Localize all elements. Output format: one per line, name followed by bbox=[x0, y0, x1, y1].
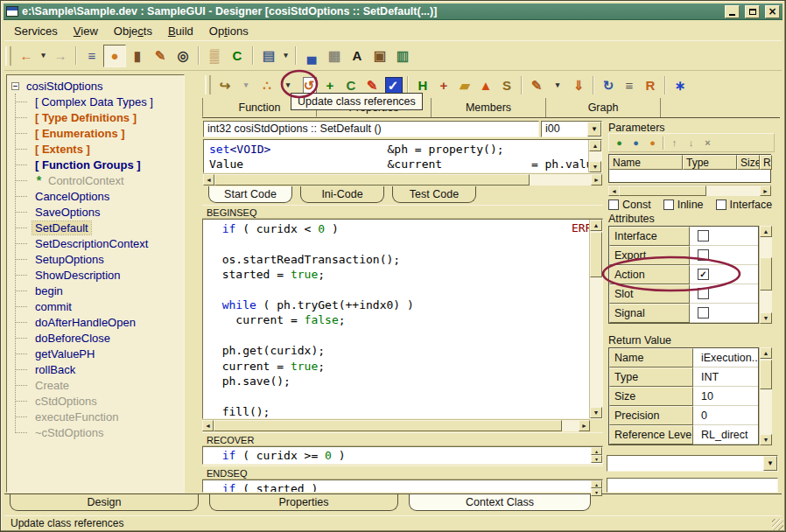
menu-objects[interactable]: Objects bbox=[106, 23, 160, 39]
declarations-hscrollbar[interactable]: ◄ ► bbox=[203, 173, 602, 186]
attribute-label-signal[interactable]: Signal bbox=[609, 304, 690, 323]
checkbox-icon[interactable] bbox=[663, 200, 674, 210]
tree-item-doafterhandleopen[interactable]: doAfterHandleOpen bbox=[15, 314, 184, 330]
attribute-label-slot[interactable]: Slot bbox=[609, 284, 690, 304]
scrollbar-thumb[interactable] bbox=[619, 186, 706, 196]
tab-design[interactable]: Design bbox=[10, 494, 199, 511]
tree-item-dobeforeclose[interactable]: doBeforeClose bbox=[15, 330, 184, 346]
tree-item-type-definitions[interactable]: [ Type Definitions ] bbox=[15, 109, 184, 125]
function-signature-field[interactable]: int32 cosiStdOptions :: SetDefault () bbox=[203, 121, 539, 137]
copy-parameter-icon[interactable]: ● bbox=[644, 135, 661, 151]
parameter-delete-icon[interactable]: × bbox=[699, 135, 716, 151]
tab-properties[interactable]: Properties bbox=[209, 494, 398, 511]
back-icon[interactable]: ← bbox=[15, 45, 38, 67]
dialog-grid-icon[interactable]: ▥ bbox=[391, 45, 414, 67]
return-value-vscrollbar[interactable]: ▲ ▼ bbox=[759, 347, 772, 445]
tab-test-code[interactable]: Test Code bbox=[392, 186, 476, 203]
declarations-vscrollbar[interactable]: ▲ ▼ bbox=[588, 140, 601, 172]
instance-combo[interactable]: i00 ▼ bbox=[541, 121, 602, 137]
return-label-name[interactable]: Name bbox=[609, 348, 693, 368]
code-editor[interactable]: if ( curidx < 0 ) os.startReadTransactio… bbox=[202, 219, 603, 419]
scroll-left-icon[interactable]: ◄ bbox=[202, 420, 214, 431]
tab-graph[interactable]: Graph bbox=[546, 98, 661, 117]
maximize-button[interactable] bbox=[745, 5, 760, 18]
class-jar-icon[interactable]: ▮ bbox=[126, 45, 149, 67]
scroll-down-icon[interactable]: ▾ bbox=[591, 488, 602, 496]
tree-root-cosistdoptions[interactable]: −cosiStdOptions bbox=[9, 78, 184, 94]
scroll-right-icon[interactable]: ► bbox=[760, 186, 771, 196]
review-page-icon[interactable]: ≡ bbox=[619, 74, 640, 95]
minimize-button[interactable] bbox=[725, 5, 740, 18]
checkbox-icon[interactable] bbox=[716, 200, 726, 210]
tab-context-class[interactable]: Context Class bbox=[409, 494, 591, 511]
history-clock-icon[interactable]: ◎ bbox=[172, 45, 194, 67]
package-icon[interactable]: ▦ bbox=[323, 45, 346, 67]
menu-build[interactable]: Build bbox=[160, 23, 201, 39]
hierarchy-icon[interactable]: ≡ bbox=[81, 45, 103, 67]
close-button[interactable]: × bbox=[765, 5, 780, 18]
scroll-up-icon[interactable]: ▲ bbox=[760, 226, 772, 237]
tree-item-showdescription[interactable]: ShowDescription bbox=[15, 267, 184, 283]
edit-form-icon[interactable]: ✎ bbox=[149, 45, 172, 67]
tree-item-begin[interactable]: begin bbox=[15, 283, 184, 298]
attributes-vscrollbar[interactable]: ▲ ▼ bbox=[759, 226, 772, 324]
checkbox-const[interactable]: Const bbox=[608, 199, 651, 211]
scrollbar-thumb[interactable] bbox=[760, 360, 772, 389]
cos-icon[interactable]: S bbox=[496, 74, 517, 95]
tree-item-extents[interactable]: [ Extents ] bbox=[15, 141, 184, 157]
font-icon[interactable]: A bbox=[346, 45, 368, 67]
image-icon[interactable]: ▣ bbox=[368, 45, 391, 67]
resize-grip[interactable] bbox=[772, 519, 783, 530]
tab-members[interactable]: Members bbox=[432, 98, 546, 117]
recover-scrollbar[interactable]: ▴ ▾ bbox=[591, 447, 602, 463]
checkbox-signal[interactable] bbox=[698, 307, 709, 318]
attribute-label-action[interactable]: Action bbox=[609, 265, 690, 284]
edit-icon[interactable]: ✎ bbox=[526, 74, 547, 95]
code-hscrollbar[interactable]: ◄ ► bbox=[202, 419, 590, 431]
toolbar-grip[interactable] bbox=[205, 75, 211, 94]
checkbox-slot[interactable] bbox=[698, 288, 709, 299]
add-parameter-icon[interactable]: ● bbox=[611, 135, 628, 151]
open-class-icon[interactable]: ↪ bbox=[214, 74, 235, 95]
tree-item-setdescriptioncontext[interactable]: SetDescriptionContext bbox=[15, 235, 184, 251]
context-combo[interactable]: ▼ bbox=[607, 455, 778, 472]
code-vscrollbar[interactable]: ▲ ▼ bbox=[589, 220, 602, 418]
tree-item-rollback[interactable]: rollBack bbox=[15, 361, 184, 377]
printer-icon[interactable]: ▄ bbox=[300, 45, 323, 67]
tree-item-complex-data-types[interactable]: [ Complex Data Types ] bbox=[15, 94, 184, 109]
chevron-down-icon[interactable]: ▼ bbox=[587, 122, 601, 136]
tree-item-commit[interactable]: commit bbox=[15, 298, 184, 314]
refresh-refs-icon[interactable]: R bbox=[640, 74, 661, 95]
scroll-up-icon[interactable]: ▲ bbox=[760, 347, 772, 359]
insert-parameter-icon[interactable]: ● bbox=[628, 135, 644, 151]
tree-item-getvalueph[interactable]: getValuePH bbox=[15, 346, 184, 361]
return-value-reference-leve[interactable]: RL_direct bbox=[693, 425, 758, 444]
class-interface-icon[interactable]: C bbox=[226, 45, 249, 67]
open-class-dropdown[interactable]: ▾ bbox=[235, 74, 256, 95]
tree-item-canceloptions[interactable]: CancelOptions bbox=[15, 188, 184, 204]
tree-item-function-groups[interactable]: [ Function Groups ] bbox=[15, 157, 184, 172]
return-label-size[interactable]: Size bbox=[609, 387, 693, 406]
tree-item-setupoptions[interactable]: SetupOptions bbox=[15, 251, 184, 267]
scroll-up-icon[interactable]: ▴ bbox=[591, 480, 602, 488]
reload-icon[interactable]: ↻ bbox=[598, 74, 619, 95]
checkbox-action[interactable]: ✓ bbox=[698, 269, 709, 280]
menu-options[interactable]: Options bbox=[201, 23, 256, 39]
menu-services[interactable]: Services bbox=[6, 23, 66, 39]
return-label-reference-leve[interactable]: Reference Leve bbox=[609, 425, 693, 444]
return-value-precision[interactable]: 0 bbox=[693, 406, 758, 425]
tree-item-saveoptions[interactable]: SaveOptions bbox=[15, 204, 184, 220]
window-list-icon[interactable]: ▤ bbox=[257, 45, 280, 67]
tree-item-executefunction[interactable]: executeFunction bbox=[15, 409, 184, 424]
objects-icon[interactable]: ● bbox=[103, 45, 126, 67]
edit-dropdown[interactable]: ▾ bbox=[547, 74, 568, 95]
tab-ini-code[interactable]: Ini-Code bbox=[300, 186, 384, 203]
forward-icon[interactable]: → bbox=[49, 45, 72, 67]
scroll-down-icon[interactable]: ▼ bbox=[760, 312, 772, 324]
scroll-right-icon[interactable]: ► bbox=[579, 420, 590, 431]
scroll-down-icon[interactable]: ▼ bbox=[589, 161, 601, 172]
scroll-down-icon[interactable]: ▾ bbox=[591, 455, 602, 463]
attribute-label-export[interactable]: Export bbox=[609, 246, 690, 265]
checkbox-interface[interactable]: Interface bbox=[716, 199, 773, 211]
scroll-left-icon[interactable]: ◄ bbox=[203, 174, 214, 186]
